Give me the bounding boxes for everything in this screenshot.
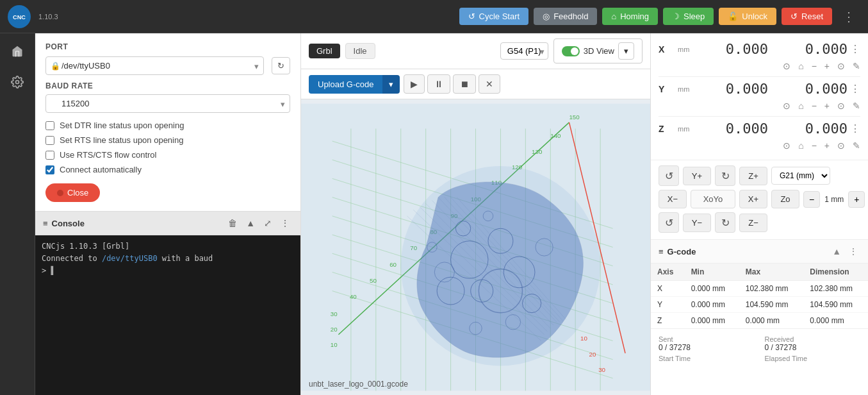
console-line-1: CNCjs 1.10.3 [Grbl] xyxy=(42,240,294,253)
app-logo: CNC xyxy=(8,5,31,28)
reset-button[interactable]: ↺ Reset xyxy=(782,8,832,25)
dro-z-home-icon[interactable]: ⌂ xyxy=(798,140,803,151)
wcs-select-wrapper: G54 (P1) xyxy=(500,42,548,60)
col-axis: Axis xyxy=(651,264,685,281)
play-button[interactable]: ▶ xyxy=(404,74,425,94)
unit-select[interactable]: G21 (mm) xyxy=(771,167,830,185)
homing-button[interactable]: ⌂ Homing xyxy=(602,8,658,25)
unlock-button[interactable]: 🔓 Unlock xyxy=(719,8,776,25)
grbl-tab[interactable]: Grbl xyxy=(309,44,340,58)
console-scroll-up-button[interactable]: ▲ xyxy=(243,217,258,230)
dro-x-minus-icon[interactable]: − xyxy=(812,61,817,71)
dro-x-plus-icon[interactable]: + xyxy=(824,61,830,71)
view-mode-label: 3D View xyxy=(584,46,614,56)
dro-x-more[interactable]: ⋮ xyxy=(850,43,860,55)
auto-connect-checkbox[interactable] xyxy=(45,165,54,174)
axis-label-z: Z xyxy=(659,124,678,134)
upload-gcode-button[interactable]: Upload G-code xyxy=(309,75,382,94)
svg-text:10: 10 xyxy=(580,335,587,342)
dro-values-z: 0.000 0.000 xyxy=(694,121,848,137)
jog-x-minus-button[interactable]: X− xyxy=(659,190,687,208)
dro-y-plus-icon[interactable]: + xyxy=(824,101,830,111)
topbar-menu-button[interactable]: ⋮ xyxy=(837,6,860,27)
axis-unit-z: mm xyxy=(678,125,694,133)
view-dropdown-button[interactable]: ▾ xyxy=(618,42,634,60)
wcs-select[interactable]: G54 (P1) xyxy=(500,42,548,60)
dro-y-set-zero-icon[interactable]: ⊙ xyxy=(783,101,790,111)
view-toggle[interactable]: 3D View ▾ xyxy=(553,38,643,63)
gcode-more-button[interactable]: ⋮ xyxy=(846,245,860,258)
jog-z-minus-button[interactable]: Z− xyxy=(739,214,767,232)
dro-y-home-icon[interactable]: ⌂ xyxy=(798,101,803,111)
dro-y-set-icon[interactable]: ⊙ xyxy=(837,101,845,111)
dro-z-set-icon[interactable]: ⊙ xyxy=(837,140,845,151)
sidebar-item-home[interactable] xyxy=(7,41,28,62)
flow-control-checkbox-row[interactable]: Use RTS/CTS flow control xyxy=(45,150,290,160)
flow-control-checkbox[interactable] xyxy=(45,151,54,160)
gcode-collapse-button[interactable]: ▲ xyxy=(830,245,844,258)
jog-rotate-z-right[interactable]: ↻ xyxy=(715,212,735,233)
jog-y-plus-button[interactable]: Y+ xyxy=(683,167,711,185)
dro-x-edit-icon[interactable]: ✎ xyxy=(853,61,860,71)
pause-button[interactable]: ⏸ xyxy=(427,74,450,94)
jog-z-plus-button[interactable]: Z+ xyxy=(739,167,767,185)
close-button[interactable]: Close xyxy=(45,183,100,202)
upload-dropdown-button[interactable]: ▾ xyxy=(382,75,400,94)
dro-z-plus-icon[interactable]: + xyxy=(824,140,830,151)
dro-y-more[interactable]: ⋮ xyxy=(850,83,860,95)
dro-y-edit-icon[interactable]: ✎ xyxy=(853,101,860,111)
dro-z-set-zero-icon[interactable]: ⊙ xyxy=(783,140,790,151)
cell-max: 102.380 mm xyxy=(739,281,804,297)
auto-connect-label: Connect automatically xyxy=(60,165,142,174)
auto-connect-checkbox-row[interactable]: Connect automatically xyxy=(45,165,290,174)
stat-received: Received 0 / 37278 xyxy=(765,335,861,352)
step-decrease-button[interactable]: − xyxy=(803,191,820,208)
refresh-port-button[interactable]: ↻ xyxy=(272,57,290,74)
3d-view-toggle-switch[interactable] xyxy=(562,46,580,56)
jog-y-minus-button[interactable]: Y− xyxy=(683,214,711,232)
upload-group: Upload G-code ▾ xyxy=(309,75,400,94)
checkboxes-group: Set DTR line status upon opening Set RTS… xyxy=(45,121,290,174)
dro-z-edit-icon[interactable]: ✎ xyxy=(853,140,860,151)
console-clear-button[interactable]: 🗑 xyxy=(225,217,240,230)
jog-x-plus-button[interactable]: X+ xyxy=(739,190,767,208)
jog-z-zero-button[interactable]: Zo xyxy=(771,190,799,208)
close-gcode-button[interactable]: ✕ xyxy=(479,74,500,94)
received-label: Received xyxy=(765,335,861,343)
console-more-button[interactable]: ⋮ xyxy=(277,217,293,230)
gcode-menu-icon: ≡ xyxy=(659,247,664,256)
dro-x-set-icon[interactable]: ⊙ xyxy=(837,61,845,71)
sidebar-item-settings[interactable] xyxy=(7,72,28,92)
cycle-start-button[interactable]: ↺ Cycle Start xyxy=(459,8,529,25)
rts-checkbox-row[interactable]: Set RTS line status upon opening xyxy=(45,135,290,145)
jog-xy-zero-button[interactable]: XoYo xyxy=(691,190,735,208)
console-expand-button[interactable]: ⤢ xyxy=(261,217,275,230)
cell-max: 104.590 mm xyxy=(739,297,804,313)
port-select[interactable]: /dev/ttyUSB0 xyxy=(45,56,264,75)
dro-x-home-icon[interactable]: ⌂ xyxy=(798,61,803,71)
stat-sent: Sent 0 / 37278 xyxy=(659,335,755,352)
stop-button[interactable]: ⏹ xyxy=(453,74,476,94)
unit-select-wrapper: G21 (mm) xyxy=(771,167,830,185)
jog-section: ↺ Y+ ↻ Z+ G21 (mm) X− XoYo X+ Zo − 1 mm xyxy=(651,160,868,240)
step-increase-button[interactable]: + xyxy=(848,191,865,208)
jog-rotate-xy-right[interactable]: ↻ xyxy=(715,165,735,186)
dro-x-set-zero-icon[interactable]: ⊙ xyxy=(783,61,790,71)
dro-y-minus-icon[interactable]: − xyxy=(812,101,817,111)
home-icon: ⌂ xyxy=(611,12,616,21)
received-value: 0 / 37278 xyxy=(765,343,861,352)
dro-z-minus-icon[interactable]: − xyxy=(812,140,817,151)
viewer-controls: Upload G-code ▾ ▶ ⏸ ⏹ ✕ xyxy=(301,69,650,99)
dtr-checkbox-row[interactable]: Set DTR line status upon opening xyxy=(45,121,290,130)
jog-rotate-xy-left[interactable]: ↺ xyxy=(659,165,679,186)
dtr-checkbox[interactable] xyxy=(45,121,54,130)
rts-checkbox[interactable] xyxy=(45,136,54,145)
jog-rotate-z-left[interactable]: ↺ xyxy=(659,212,679,233)
port-label: Port xyxy=(45,42,290,51)
svg-text:30: 30 xyxy=(598,366,605,373)
baud-select[interactable]: 115200 xyxy=(45,94,290,113)
dro-z-more[interactable]: ⋮ xyxy=(850,122,860,135)
dro-y-val2: 0.000 xyxy=(773,81,848,97)
sleep-button[interactable]: ☽ Sleep xyxy=(663,8,714,25)
feedhold-button[interactable]: ◎ Feedhold xyxy=(534,8,597,25)
